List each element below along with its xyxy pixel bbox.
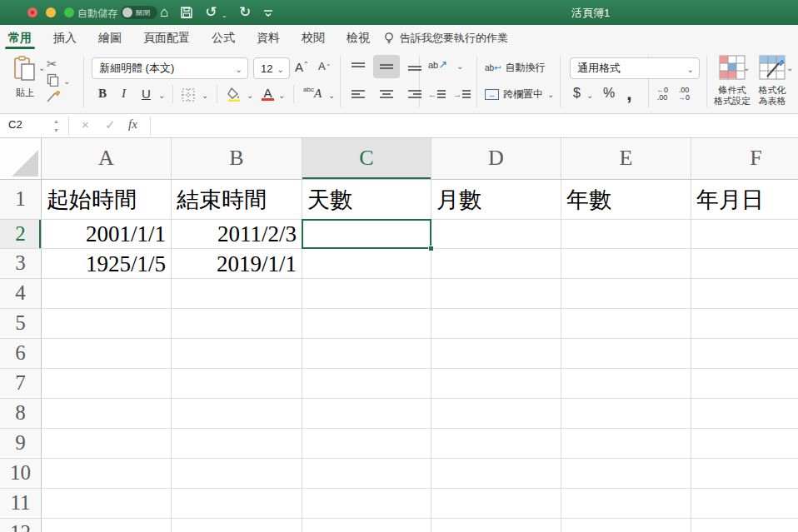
cell-F11[interactable] (691, 489, 798, 519)
decrease-font-size-button[interactable]: A⌄ (318, 60, 331, 72)
cell-B4[interactable] (172, 279, 302, 309)
column-header-A[interactable]: A (42, 138, 172, 180)
save-icon[interactable] (180, 6, 193, 19)
cell-C4[interactable] (302, 279, 431, 309)
menu-tab-5[interactable]: 資料 (257, 25, 280, 52)
menu-tab-7[interactable]: 檢視 (347, 25, 370, 52)
cell-E4[interactable] (561, 279, 691, 309)
fill-color-icon[interactable] (227, 87, 242, 102)
cell-C8[interactable] (302, 399, 431, 429)
phonetic-guide-button[interactable]: abcA (303, 86, 322, 101)
row-header-6[interactable]: 6 (0, 339, 42, 369)
cell-A4[interactable] (42, 279, 172, 309)
cell-E6[interactable] (561, 339, 691, 369)
cell-D12[interactable] (431, 519, 561, 532)
decrease-decimal-button[interactable]: .00 →0 (678, 87, 690, 102)
font-color-chevron-icon[interactable]: ⌄ (278, 91, 285, 100)
percent-style-button[interactable]: % (603, 86, 615, 101)
format-table-chevron-icon[interactable]: ⌄ (786, 63, 793, 72)
cell-D2[interactable] (431, 220, 561, 249)
cell-E3[interactable] (561, 249, 691, 279)
underline-chevron-icon[interactable]: ⌄ (158, 91, 165, 100)
name-box[interactable]: C2 (8, 118, 22, 131)
cell-C10[interactable] (302, 459, 431, 489)
row-header-10[interactable]: 10 (0, 459, 42, 489)
cut-icon[interactable]: ✂ (47, 57, 57, 72)
menu-tab-1[interactable]: 插入 (53, 25, 77, 52)
cell-E12[interactable] (561, 519, 691, 532)
borders-icon[interactable] (182, 88, 195, 102)
increase-decimal-button[interactable]: ←0 .00 (656, 87, 668, 102)
autosave-toggle[interactable]: 關閉 (121, 6, 157, 19)
bold-button[interactable]: B (98, 87, 107, 101)
name-box-stepper[interactable]: ▲▼ (53, 117, 59, 135)
fill-color-chevron-icon[interactable]: ⌄ (247, 91, 253, 100)
cell-D5[interactable] (431, 309, 561, 339)
cell-D9[interactable] (431, 429, 561, 459)
column-header-E[interactable]: E (561, 138, 691, 180)
comma-style-button[interactable]: , (626, 82, 632, 105)
cell-C3[interactable] (302, 249, 431, 279)
menu-tab-6[interactable]: 校閱 (302, 25, 325, 52)
merge-center-button[interactable]: ↔ 跨欄置中 ⌄ (485, 87, 554, 102)
cell-A3[interactable]: 1925/1/5 (42, 249, 172, 279)
orientation-chevron-icon[interactable]: ⌄ (456, 62, 463, 71)
cell-A8[interactable] (42, 399, 172, 429)
cell-F10[interactable] (691, 459, 798, 489)
cell-C7[interactable] (302, 369, 431, 399)
align-top-button[interactable] (345, 55, 372, 78)
cell-D6[interactable] (431, 339, 561, 369)
undo-chevron-icon[interactable]: ⌄ (222, 11, 228, 19)
cell-E7[interactable] (561, 369, 691, 399)
cell-A2[interactable]: 2001/1/1 (42, 220, 172, 249)
column-header-C[interactable]: C (302, 138, 431, 180)
cell-A10[interactable] (42, 459, 172, 489)
cell-C5[interactable] (302, 309, 431, 339)
cell-B5[interactable] (172, 309, 302, 339)
cell-D3[interactable] (431, 249, 561, 279)
align-bottom-button[interactable] (401, 55, 428, 78)
tell-me-box[interactable]: 告訴我您要執行的作業 (383, 31, 508, 46)
row-header-3[interactable]: 3 (0, 249, 42, 279)
cell-E9[interactable] (561, 429, 691, 459)
cell-F1[interactable]: 年月日 (691, 180, 798, 220)
cell-B2[interactable]: 2011/2/3 (172, 220, 302, 249)
decrease-indent-button[interactable]: ← (425, 83, 448, 105)
cell-C1[interactable]: 天數 (302, 180, 431, 220)
row-header-7[interactable]: 7 (0, 369, 42, 399)
cell-E8[interactable] (561, 399, 691, 429)
menu-tab-0[interactable]: 常用 (8, 25, 32, 52)
cell-D1[interactable]: 月數 (431, 180, 561, 220)
cell-E1[interactable]: 年數 (561, 180, 691, 220)
increase-indent-button[interactable]: → (450, 83, 473, 105)
cell-D8[interactable] (431, 399, 561, 429)
menu-tab-4[interactable]: 公式 (212, 25, 235, 52)
cell-D4[interactable] (431, 279, 561, 309)
cell-F12[interactable] (691, 519, 798, 532)
select-all-button[interactable] (0, 138, 42, 180)
cell-E10[interactable] (561, 459, 691, 489)
cell-C2[interactable] (302, 220, 431, 249)
cell-F6[interactable] (691, 339, 798, 369)
row-header-4[interactable]: 4 (0, 279, 42, 309)
conditional-chevron-icon[interactable]: ⌄ (743, 63, 750, 72)
cell-F5[interactable] (691, 309, 798, 339)
row-header-8[interactable]: 8 (0, 399, 42, 429)
row-header-1[interactable]: 1 (0, 180, 42, 220)
cell-C6[interactable] (302, 339, 431, 369)
cell-A12[interactable] (42, 519, 172, 532)
currency-button[interactable]: $ (573, 86, 581, 101)
cell-F2[interactable] (691, 220, 798, 249)
cell-B1[interactable]: 結束時間 (172, 180, 302, 220)
cell-F7[interactable] (691, 369, 798, 399)
cell-B12[interactable] (172, 519, 302, 532)
borders-chevron-icon[interactable]: ⌄ (202, 91, 208, 100)
font-color-button[interactable]: A (262, 86, 274, 101)
format-painter-icon[interactable] (45, 89, 62, 106)
cell-B3[interactable]: 2019/1/1 (172, 249, 302, 279)
enter-icon[interactable]: ✓ (105, 117, 116, 132)
menu-tab-3[interactable]: 頁面配置 (143, 25, 190, 52)
italic-button[interactable]: I (122, 87, 126, 101)
cell-B7[interactable] (172, 369, 302, 399)
cell-A9[interactable] (42, 429, 172, 459)
